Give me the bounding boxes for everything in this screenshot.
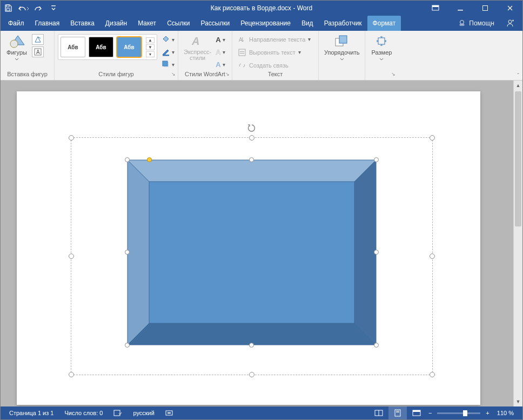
scroll-thumb[interactable] [515,91,521,226]
shape-handle-sw[interactable] [125,343,130,348]
resize-handle-se[interactable] [430,372,435,377]
zoom-level[interactable]: 110 % [492,406,519,419]
shapes-button[interactable]: Фигуры [4,34,30,61]
group-label-text: Текст [236,71,315,80]
scroll-track[interactable] [514,90,522,397]
bevel-rectangle-shape[interactable] [128,160,376,345]
resize-handle-n[interactable] [249,135,254,141]
shape-handle-e[interactable] [374,250,379,255]
status-wordcount[interactable]: Число слов: 0 [59,406,108,419]
maximize-button[interactable] [473,1,498,16]
document-scroll-area[interactable] [1,81,513,406]
tab-insert[interactable]: Вставка [65,16,100,31]
redo-button[interactable] [31,1,46,16]
scroll-down-button[interactable]: ▼ [514,397,522,406]
zoom-knob[interactable] [463,410,467,416]
resize-handle-nw[interactable] [69,135,74,141]
resize-handle-s[interactable] [249,372,254,377]
status-spellcheck[interactable] [108,406,128,419]
shape-handle-n[interactable] [249,157,254,162]
svg-rect-30 [149,182,354,323]
zoom-out-button[interactable]: − [426,406,434,419]
zoom-slider[interactable] [437,412,480,414]
vertical-scrollbar[interactable]: ▲ ▼ [513,81,522,406]
qat-customize-button[interactable] [46,1,61,16]
save-button[interactable] [1,1,16,16]
style-swatch-3[interactable]: Абв [117,37,142,57]
gallery-down-button[interactable]: ▼ [146,44,155,50]
style-swatch-2[interactable]: Абв [89,37,113,57]
scroll-up-button[interactable]: ▲ [514,81,522,90]
shape-handle-nw[interactable] [125,157,130,162]
svg-rect-43 [396,411,399,411]
shape-handle-ne[interactable] [374,157,379,162]
tab-layout[interactable]: Макет [132,16,162,31]
dialog-launcher-icon[interactable]: ↘ [171,71,176,77]
svg-marker-27 [128,323,376,345]
tab-file[interactable]: Файл [3,16,30,31]
svg-rect-1 [6,9,10,11]
size-label: Размер [372,49,392,56]
shape-style-gallery[interactable]: Абв Абв Абв ▲ ▼ ▾ [58,34,157,60]
undo-button[interactable] [16,1,31,16]
size-button[interactable]: Размер [368,34,394,61]
minimize-button[interactable] [448,1,473,16]
share-button[interactable] [500,16,520,31]
shapes-label: Фигуры [6,49,27,56]
svg-marker-26 [128,160,376,182]
tab-references[interactable]: Ссылки [162,16,195,31]
gallery-up-button[interactable]: ▲ [146,37,155,43]
align-text-button: Выровнять текст ▾ [238,47,311,58]
rotate-handle[interactable] [247,123,257,133]
shape-effects-button[interactable]: ▾ [162,59,175,70]
tab-format[interactable]: Формат [367,16,401,31]
dialog-launcher-icon[interactable]: ↘ [391,71,395,77]
dialog-launcher-icon[interactable]: ↘ [225,71,230,77]
collapse-ribbon-button[interactable]: ˆ [517,72,519,79]
shape-fill-button[interactable]: ▾ [162,34,175,45]
style-swatch-1[interactable]: Абв [61,37,85,57]
ribbon: Фигуры A Вставка фигур Абв Абв Абв ▲ [1,31,522,81]
svg-rect-39 [167,412,171,414]
resize-handle-w[interactable] [69,254,74,259]
gallery-more-button[interactable]: ▾ [146,51,155,57]
svg-marker-29 [354,160,376,345]
svg-rect-5 [458,10,463,11]
resize-handle-e[interactable] [430,254,435,259]
tab-design[interactable]: Дизайн [100,16,132,31]
adjustment-handle[interactable] [147,157,152,162]
tab-review[interactable]: Рецензирование [235,16,296,31]
shape-handle-s[interactable] [249,343,254,348]
close-button[interactable] [498,1,522,16]
status-macros[interactable] [160,406,178,419]
draw-textbox-button[interactable]: A [32,46,44,57]
view-web-button[interactable] [407,406,426,419]
view-read-button[interactable] [369,406,388,419]
arrange-button[interactable]: Упорядочить [322,34,361,61]
view-print-button[interactable] [388,406,407,419]
resize-handle-ne[interactable] [430,135,435,141]
tab-view[interactable]: Вид [296,16,319,31]
tab-mailings[interactable]: Рассылки [195,16,235,31]
status-language[interactable]: русский [128,406,159,419]
edit-shape-button[interactable] [32,34,44,45]
tab-home[interactable]: Главная [30,16,65,31]
svg-rect-17 [163,61,167,66]
shape-handle-w[interactable] [125,250,130,255]
svg-rect-2 [51,5,56,6]
resize-handle-sw[interactable] [69,372,74,377]
status-page[interactable]: Страница 1 из 1 [4,406,59,419]
svg-rect-25 [378,38,385,44]
shape-outline-button[interactable]: ▾ [162,46,175,57]
svg-rect-22 [240,53,244,54]
tell-me-box[interactable]: Помощн [453,16,500,31]
ribbon-options-button[interactable] [423,1,448,16]
tab-developer[interactable]: Разработчик [319,16,367,31]
svg-rect-0 [6,5,9,7]
svg-text:A: A [191,35,199,47]
shape-handle-se[interactable] [374,343,379,348]
svg-point-11 [10,40,18,48]
zoom-in-button[interactable]: + [484,406,491,419]
svg-marker-12 [35,37,41,42]
document-page[interactable] [17,91,480,405]
